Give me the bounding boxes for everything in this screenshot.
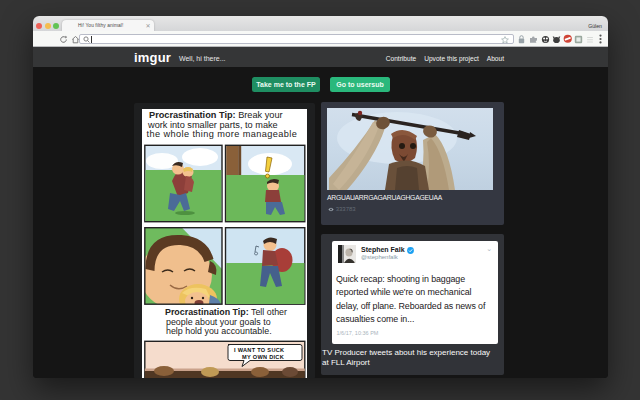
svg-text:the whole thing more manageabl: the whole thing more manageable [147,129,298,139]
svg-text:help hold you accountable.: help hold you accountable. [166,326,272,336]
svg-text:MY OWN DICK: MY OWN DICK [242,354,284,360]
svg-text:I WANT TO SUCK: I WANT TO SUCK [234,347,284,353]
